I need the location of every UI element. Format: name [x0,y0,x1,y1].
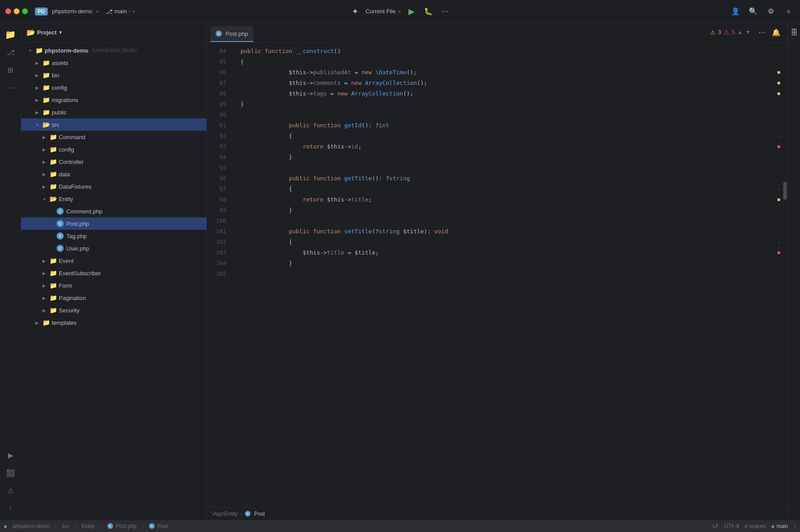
scrollbar-thumb[interactable] [783,182,787,200]
status-path-crumb2[interactable]: src [62,523,69,529]
profile-button[interactable]: 👤 [729,5,742,18]
status-path-crumb3[interactable]: Entity [82,523,95,529]
toolbar-button[interactable]: ≡ [782,5,795,18]
status-path-crumb1[interactable]: phpstorm-demo [12,523,50,529]
more-actions-button[interactable]: ⋯ [439,5,451,18]
tree-item-tag-php[interactable]: C Tag.php [21,230,206,242]
status-push-icon[interactable]: ↑ [793,523,796,530]
run-icon-activity[interactable]: ▶ [3,447,19,463]
src-expand-icon: ▾ [34,121,41,128]
tree-item-assets[interactable]: ▶ 📁 assets [21,57,206,69]
tree-item-eventsubscriber[interactable]: ▶ 📁 EventSubscriber [21,267,206,279]
notifications-button[interactable]: 🔔 [770,26,782,38]
tree-item-bin[interactable]: ▶ 📁 bin [21,69,206,81]
tree-item-pagination[interactable]: ▶ 📁 Pagination [21,292,206,304]
run-config-label: Current File [366,8,396,15]
project-name[interactable]: phpstorm-demo [52,8,92,15]
tab-more-button[interactable]: ⋯ [756,26,768,38]
problems-icon-activity[interactable]: ⚠ [3,483,19,498]
editor-content: 84 85 86 87 88 89 90 91 92 93 94 95 96 9… [207,42,788,507]
code-line-86: $this->publishedAt = new \DateTime(); [240,67,768,78]
gutter-92 [775,131,782,141]
folder-icon-activity[interactable]: 📁 [3,27,19,42]
datafixtures-label: DataFixtures [59,183,91,190]
tree-item-config-src[interactable]: ▶ 📁 config [21,143,206,156]
tree-item-migrations[interactable]: ▶ 📁 migrations [21,94,206,106]
tag-php-label: Tag.php [66,233,87,239]
panel-header: 📂 Project ▾ [21,23,206,42]
tree-item-config-root[interactable]: ▶ 📁 config [21,81,206,94]
user-expand-icon [48,245,55,252]
gutter-warn-98 [777,198,780,201]
run-config[interactable]: Current File ▾ [366,8,401,15]
search-button[interactable]: 🔍 [747,5,759,18]
git-branch-icon: ⎇ [106,8,113,15]
tree-item-public[interactable]: ▶ 📁 public [21,106,206,118]
status-line-ending[interactable]: LF [712,523,719,529]
pagination-folder-icon: 📁 [50,294,57,301]
status-sep-2: › [75,523,76,529]
ai-tools-button[interactable]: ✦ [349,5,361,18]
code-line-94: } [240,152,768,163]
nav-down-icon[interactable]: ▼ [745,29,750,35]
status-encoding[interactable]: UTF-8 [724,523,739,529]
code-line-102: { [240,237,768,247]
pagination-label: Pagination [59,295,86,301]
entity-label: Entity [59,196,73,202]
gutter-95 [775,163,782,173]
project-panel: 📂 Project ▾ ▾ 📁 phpstorm-demo /Users/Joh… [21,23,207,520]
title-bar: PD phpstorm-demo ▾ ⎇ main ↑ ▾ ✦ Current … [0,0,800,23]
close-button[interactable] [5,8,11,14]
more-icon-activity[interactable]: ⋯ [3,80,19,95]
settings-button[interactable]: ⚙ [765,5,777,18]
tree-item-controller[interactable]: ▶ 📁 Controller [21,156,206,168]
tree-item-src[interactable]: ▾ 📂 src [21,118,206,131]
tree-item-user-php[interactable]: C User.php [21,242,206,255]
git-icon-activity[interactable]: ⎇ [3,44,19,60]
status-vcs[interactable]: ● [4,523,7,530]
run-config-chevron: ▾ [398,8,401,15]
tree-item-templates[interactable]: ▶ 📁 templates [21,316,206,329]
status-left: ● phpstorm-demo › src › Entity › C Post.… [4,523,168,530]
tree-item-comment-php[interactable]: C Comment.php [21,205,206,217]
tree-root[interactable]: ▾ 📁 phpstorm-demo /Users/John.Smith/ [21,44,206,57]
tree-item-data[interactable]: ▶ 📁 data [21,168,206,180]
minimize-button[interactable] [14,8,19,14]
gutter-101 [775,226,782,237]
tree-item-command[interactable]: ▶ 📁 Command [21,131,206,143]
editor-scrollbar[interactable] [782,42,788,507]
database-icon[interactable]: 🗄 [788,27,800,39]
status-sep-4: › [142,523,144,529]
tree-item-form[interactable]: ▶ 📁 Form [21,279,206,292]
tree-item-security[interactable]: ▶ 📁 Security [21,304,206,316]
code-line-93: return $this->id; [240,141,768,152]
datafixtures-folder-icon: 📁 [50,183,57,190]
tree-item-entity[interactable]: ▾ 📂 Entity [21,193,206,205]
run-button[interactable]: ▶ [405,5,418,18]
warning-icon: ⚠ [710,29,716,36]
comment-expand-icon [48,208,55,215]
main-layout: 📁 ⎇ ⊞ ⋯ ▶ ⬛ ⚠ ↑ 📂 Project ▾ ▾ 📁 phpstorm… [0,23,800,520]
status-indent[interactable]: 4 spaces [744,523,766,529]
tree-item-event[interactable]: ▶ 📁 Event [21,255,206,267]
code-editor[interactable]: public function __construct() { $this->p… [233,42,775,507]
branch-info[interactable]: ⎇ main ↑ ▾ [106,8,136,15]
debug-button[interactable]: 🐛 [422,5,434,18]
status-src: src [62,523,69,529]
security-folder-icon: 📁 [50,307,57,314]
status-path-crumb4[interactable]: C Post.php [107,523,137,529]
maximize-button[interactable] [22,8,28,14]
plugin-icon-activity[interactable]: ⊞ [3,62,19,78]
terminal-icon-activity[interactable]: ⬛ [3,465,19,481]
eventsubscriber-folder-icon: 📁 [50,270,57,277]
code-line-98: return $this->title; [240,194,768,205]
nav-up-icon[interactable]: ▲ [737,29,743,35]
code-line-90 [240,110,768,120]
status-path-crumb5[interactable]: C Post [149,523,168,529]
tree-item-post-php[interactable]: C Post.php [21,217,206,230]
tab-post-php[interactable]: C Post.php [210,26,253,42]
vcs-icon-activity[interactable]: ↑ [3,500,19,516]
status-branch-bar[interactable]: ● main [771,523,788,530]
tree-item-datafixtures[interactable]: ▶ 📁 DataFixtures [21,180,206,193]
breadcrumb-class: Post [254,511,265,517]
